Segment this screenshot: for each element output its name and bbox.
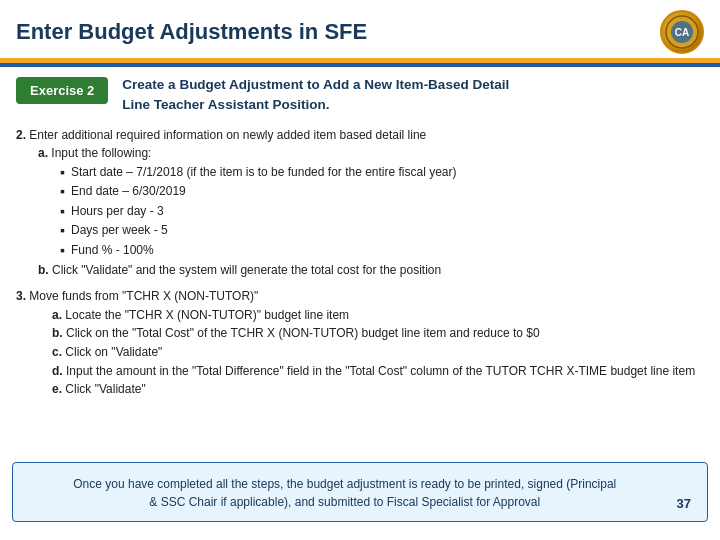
- section-2a: a. Input the following:: [38, 144, 704, 163]
- exercise-description: Create a Budget Adjustment to Add a New …: [122, 75, 509, 116]
- section-3-intro: 3. Move funds from "TCHR X (NON-TUTOR)": [16, 287, 704, 306]
- bullet-1: ▪ Start date – 7/1/2018 (if the item is …: [60, 163, 704, 183]
- bullet-dot-1: ▪: [60, 163, 65, 183]
- page: Enter Budget Adjustments in SFE CA Exerc…: [0, 0, 720, 540]
- page-number: 37: [677, 496, 691, 511]
- bullet-dot-2: ▪: [60, 182, 65, 202]
- bullet-dot-4: ▪: [60, 221, 65, 241]
- section-3-item-2: c. Click on "Validate": [52, 343, 704, 362]
- exercise-row: Exercise 2 Create a Budget Adjustment to…: [0, 75, 720, 116]
- bullet-text-4: Days per week - 5: [71, 221, 168, 240]
- exercise-desc-line2: Line Teacher Assistant Position.: [122, 97, 329, 112]
- section-2b: b. Click "Validate" and the system will …: [38, 261, 704, 280]
- section-2-intro: 2. Enter additional required information…: [16, 126, 704, 145]
- section-3-item-4: e. Click "Validate": [52, 380, 704, 399]
- exercise-desc-line1: Create a Budget Adjustment to Add a New …: [122, 77, 509, 92]
- section-3-item-1: b. Click on the "Total Cost" of the TCHR…: [52, 324, 704, 343]
- bullet-3: ▪ Hours per day - 3: [60, 202, 704, 222]
- footer-box: Once you have completed all the steps, t…: [12, 462, 708, 522]
- section-2-bullets: ▪ Start date – 7/1/2018 (if the item is …: [60, 163, 704, 261]
- section-2: 2. Enter additional required information…: [16, 126, 704, 280]
- bullet-2: ▪ End date – 6/30/2019: [60, 182, 704, 202]
- section-3-item-0: a. Locate the "TCHR X (NON-TUTOR)" budge…: [52, 306, 704, 325]
- exercise-badge: Exercise 2: [16, 77, 108, 104]
- bullet-text-1: Start date – 7/1/2018 (if the item is to…: [71, 163, 457, 182]
- bullet-4: ▪ Days per week - 5: [60, 221, 704, 241]
- blue-divider: [0, 63, 720, 67]
- footer-text: Once you have completed all the steps, t…: [29, 475, 661, 511]
- bullet-text-5: Fund % - 100%: [71, 241, 154, 260]
- bullet-5: ▪ Fund % - 100%: [60, 241, 704, 261]
- svg-text:CA: CA: [675, 27, 689, 38]
- bullet-dot-3: ▪: [60, 202, 65, 222]
- page-title: Enter Budget Adjustments in SFE: [16, 19, 367, 45]
- seal-icon: CA: [660, 10, 704, 54]
- bullet-text-3: Hours per day - 3: [71, 202, 164, 221]
- section-3: 3. Move funds from "TCHR X (NON-TUTOR)" …: [16, 287, 704, 399]
- section-3-item-3: d. Input the amount in the "Total Differ…: [52, 362, 704, 381]
- main-content: 2. Enter additional required information…: [0, 126, 720, 399]
- section-3-items: a. Locate the "TCHR X (NON-TUTOR)" budge…: [52, 306, 704, 399]
- bullet-dot-5: ▪: [60, 241, 65, 261]
- footer-line2: & SSC Chair if applicable), and submitte…: [149, 495, 540, 509]
- header: Enter Budget Adjustments in SFE CA: [0, 0, 720, 54]
- footer-line1: Once you have completed all the steps, t…: [73, 477, 616, 491]
- bullet-text-2: End date – 6/30/2019: [71, 182, 186, 201]
